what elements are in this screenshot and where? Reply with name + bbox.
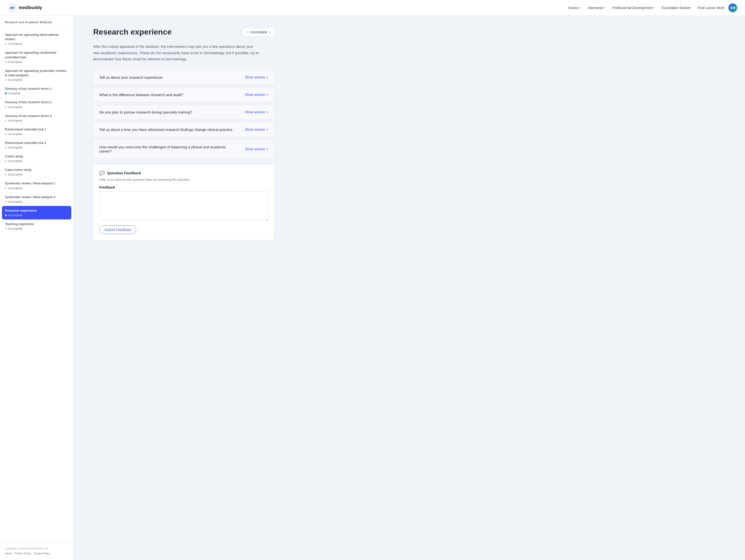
incomplete-dot xyxy=(5,201,7,203)
question-text: How would you overcome the challenges of… xyxy=(99,145,239,153)
sidebar-item-title: Randomised controlled trial 1 xyxy=(5,127,68,132)
questions-list: Tell us about your research experience.S… xyxy=(93,70,274,158)
brand-name: medibuddy xyxy=(19,5,42,10)
sidebar-item-status-row: Incomplete xyxy=(5,200,68,204)
sidebar-item[interactable]: Cohort studyIncomplete xyxy=(0,152,73,165)
sidebar-item[interactable]: Glossary of key research terms 2Incomple… xyxy=(0,98,73,111)
sidebar-item-title: Cohort study xyxy=(5,154,68,159)
sidebar-item-status-row: Incomplete xyxy=(5,146,68,149)
question-card: Do you plan to pursue research during sp… xyxy=(93,105,274,119)
nav-link-foundation-ranker[interactable]: Foundation Ranker xyxy=(661,6,690,10)
complete-dot xyxy=(5,92,7,94)
sidebar-item-status: Incomplete xyxy=(8,159,23,163)
sidebar-item-title: Glossary of key research terms 1 xyxy=(5,87,68,91)
sidebar-item[interactable]: Randomised controlled trial 1Incomplete xyxy=(0,125,73,138)
feedback-icon: 💬 xyxy=(99,170,105,176)
sidebar-item[interactable]: Approach for appraising systematic revie… xyxy=(0,66,73,84)
sidebar-item-status-row: Incomplete xyxy=(5,173,68,176)
sidebar-item-title: Systematic review / Meta-analysis 2 xyxy=(5,195,68,199)
incomplete-dot xyxy=(5,79,7,81)
incomplete-dot xyxy=(5,187,7,189)
incomplete-dot xyxy=(5,147,7,149)
sidebar-item-status: Incomplete xyxy=(8,200,23,204)
question-card: How would you overcome the challenges of… xyxy=(93,140,274,158)
sidebar: Research and Academic Medicine Approach … xyxy=(0,16,73,560)
sidebar-item[interactable]: Randomised controlled trial 2Incomplete xyxy=(0,138,73,152)
sidebar-item-status-row: Incomplete xyxy=(5,187,68,190)
status-dot xyxy=(247,31,249,33)
feedback-textarea[interactable] xyxy=(99,191,268,221)
sidebar-item-title: Approach for appraising observational st… xyxy=(5,33,68,41)
logo-icon xyxy=(8,3,17,12)
sidebar-item-status: Incomplete xyxy=(8,60,23,64)
show-answer-button[interactable]: Show answer + xyxy=(245,127,268,131)
sidebar-item-status-row: Incomplete xyxy=(5,42,68,45)
cookie-link[interactable]: Cookie Policy xyxy=(34,552,50,555)
sidebar-footer: Copyright © 2023 AG Education Ltd. Terms… xyxy=(0,542,73,560)
question-text: Tell us about your research experience. xyxy=(99,75,163,80)
chevron-down-icon: ▾ xyxy=(604,6,606,9)
sidebar-item-status: Incomplete xyxy=(8,132,23,136)
sidebar-item-status-row: Complete xyxy=(5,92,68,95)
sidebar-item-title: Systematic review / Meta-analysis 1 xyxy=(5,181,68,186)
sidebar-item-title: Research experience xyxy=(5,209,68,213)
sidebar-item[interactable]: Teaching experienceIncomplete xyxy=(0,219,73,233)
sidebar-item[interactable]: Glossary of key research terms 3Incomple… xyxy=(0,111,73,125)
sidebar-item-status: Incomplete xyxy=(8,105,23,109)
status-dropdown[interactable]: Incomplete ▾ xyxy=(243,28,274,36)
incomplete-dot xyxy=(5,228,7,230)
layout: Research and Academic Medicine Approach … xyxy=(0,16,745,560)
sidebar-item[interactable]: Glossary of key research terms 1Complete xyxy=(0,84,73,98)
terms-link[interactable]: Terms xyxy=(5,552,12,555)
chevron-down-icon: ▾ xyxy=(653,6,655,9)
logo[interactable]: medibuddy xyxy=(8,3,42,12)
feedback-description: Help us to improve this question bank by… xyxy=(99,178,268,181)
sidebar-item-status-row: Incomplete xyxy=(5,78,68,82)
incomplete-dot xyxy=(5,160,7,162)
sidebar-item-status-row: Incomplete xyxy=(5,119,68,122)
incomplete-dot xyxy=(5,43,7,45)
question-text: What is the difference between research … xyxy=(99,93,183,97)
feedback-card: 💬 Question Feedback Help us to improve t… xyxy=(93,164,274,240)
sidebar-item[interactable]: Approach for appraising observational st… xyxy=(0,30,73,48)
sidebar-item-title: Glossary of key research terms 3 xyxy=(5,114,68,118)
sidebar-item[interactable]: Approach for appraising randomised contr… xyxy=(0,48,73,66)
incomplete-dot xyxy=(5,174,7,176)
feedback-label: Feedback xyxy=(99,185,268,189)
sidebar-item-status-row: Incomplete xyxy=(5,159,68,163)
sidebar-item[interactable]: Systematic review / Meta-analysis 1Incom… xyxy=(0,179,73,192)
sidebar-items: Approach for appraising observational st… xyxy=(0,29,73,542)
incomplete-dot xyxy=(5,61,7,63)
sidebar-item-status-row: Incomplete xyxy=(5,60,68,64)
show-answer-button[interactable]: Show answer + xyxy=(245,75,268,79)
question-card: Tell us about a time you have witnessed … xyxy=(93,122,274,137)
incomplete-dot xyxy=(5,106,7,108)
sidebar-item[interactable]: Research experienceIncomplete xyxy=(2,206,71,219)
privacy-link[interactable]: Privacy Policy xyxy=(14,552,31,555)
nav-link-find-locum-work[interactable]: Find Locum Work xyxy=(698,6,724,10)
nav-link-exams[interactable]: Exams▾ xyxy=(568,6,581,10)
show-answer-button[interactable]: Show answer + xyxy=(245,147,268,151)
sidebar-item-title: Case-control study xyxy=(5,168,68,172)
show-answer-button[interactable]: Show answer + xyxy=(245,110,268,114)
show-answer-button[interactable]: Show answer + xyxy=(245,93,268,97)
sidebar-item-status: Incomplete xyxy=(8,227,23,230)
page-description: After the critical appraisal of the abst… xyxy=(93,43,260,62)
avatar[interactable]: GW xyxy=(728,3,737,12)
nav-link-professional-development[interactable]: Professional Development▾ xyxy=(612,6,655,10)
nav-link-interviews[interactable]: Interviews▾ xyxy=(588,6,606,10)
question-text: Tell us about a time you have witnessed … xyxy=(99,127,233,132)
sidebar-item-status: Incomplete xyxy=(8,78,23,82)
navbar: medibuddy Exams▾Interviews▾Professional … xyxy=(0,0,745,16)
question-card: What is the difference between research … xyxy=(93,88,274,102)
sidebar-item-status: Incomplete xyxy=(8,214,23,217)
sidebar-item-status: Incomplete xyxy=(8,173,23,176)
sidebar-item-title: Approach for appraising systematic revie… xyxy=(5,69,68,77)
copyright: Copyright © 2023 AG Education Ltd. xyxy=(5,546,68,551)
page-title: Research experience xyxy=(93,27,171,36)
sidebar-item[interactable]: Systematic review / Meta-analysis 2Incom… xyxy=(0,192,73,206)
question-card: Tell us about your research experience.S… xyxy=(93,70,274,85)
sidebar-item[interactable]: Case-control studyIncomplete xyxy=(0,165,73,179)
sidebar-item-status: Incomplete xyxy=(8,187,23,190)
submit-feedback-button[interactable]: Submit Feedback xyxy=(99,225,136,234)
